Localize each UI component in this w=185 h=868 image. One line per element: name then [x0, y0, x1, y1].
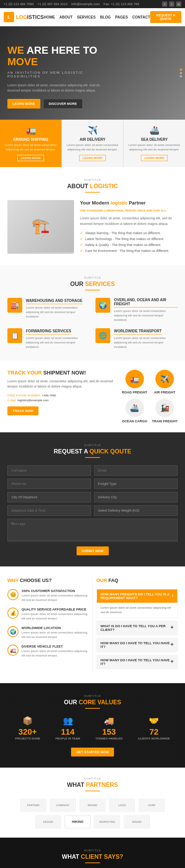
track-right: 🚛 ROAD FREIGHT ✈️ AIR FREIGHT 🚢 OCEAN CA…: [122, 370, 178, 423]
departure-city-select[interactable]: City Of Departure: [7, 492, 91, 502]
service-item-forwarding: 📋 FORWARDING SERVICES Lorem ipsum dolor …: [7, 328, 90, 349]
about-list-item: Care for Environment - The thing that ma…: [80, 248, 178, 254]
core-values-section: SUBTITLE OUR CORE VALUES 📦 320+ PROJECTS…: [0, 683, 185, 768]
track-now-button[interactable]: TRACK NOW: [7, 406, 38, 415]
faq-question-3-text: HOW MANY DO I HAVE TO TELL YOU HAVE IT?: [101, 641, 171, 649]
about-list: Always learning - The thing that makes u…: [80, 230, 178, 254]
freight-type-select[interactable]: Freight Type Ground Air Sea: [94, 479, 178, 489]
our-faq: OUR FAQ HOW MANY FREIGHTS DO I TELL YOU …: [93, 578, 185, 672]
tonnes-icon: 🚚: [95, 716, 123, 726]
phone-input[interactable]: [7, 479, 91, 489]
stat-projects: 📦 320+ PROJECTS DONE: [15, 716, 40, 740]
hero-tagline: AN INVITATION OF NEW LOGISTIC POSSIBILIT…: [7, 71, 111, 78]
service-card-air: ✈️ AIR DELIVERY Lorem ipsum dolor sit am…: [62, 120, 124, 167]
about-image: 🏗️: [7, 200, 74, 254]
partner-1: PARTNER: [20, 799, 46, 812]
facebook-icon[interactable]: f: [162, 1, 167, 7]
sea-delivery-title: SEA DELIVERY: [127, 137, 181, 142]
faq-question-4[interactable]: HOW MANY DO I HAVE TO TELL YOU HAVE IT? …: [97, 655, 178, 669]
fax: Fax: +1 (0) 123 456 789: [104, 2, 139, 6]
message-textarea[interactable]: [7, 519, 178, 541]
full-name-field: [7, 465, 91, 476]
satisfaction-title: 100% CUSTOMER SATISFACTION: [21, 589, 89, 593]
faq-question-3[interactable]: HOW MANY DO I HAVE TO TELL YOU HAVE IT? …: [97, 638, 178, 652]
nav-pages[interactable]: PAGES: [115, 15, 128, 19]
core-values-subtitle: SUBTITLE: [7, 694, 178, 698]
track-desc: Lorem ipsum dolor sit amet, consectetur …: [7, 379, 114, 389]
partner-3: BRAND: [80, 799, 105, 812]
air-freight-icon: ✈️: [155, 370, 174, 388]
delivery-city-select[interactable]: Delivery City: [94, 492, 178, 502]
projects-number: 320+: [15, 727, 40, 737]
people-number: 114: [56, 727, 80, 737]
hero-learn-more-button[interactable]: LEARN MORE: [7, 99, 40, 109]
quote-form: Freight Type Ground Air Sea City Of Depa…: [7, 465, 178, 542]
partner-marketing: MARKETING: [94, 815, 120, 828]
ground-shipping-learn-more[interactable]: LEARN MORE: [17, 155, 44, 161]
hero-discover-more-button[interactable]: DISCOVER MORE: [43, 99, 83, 109]
service-cards: 🚛 GROUND SHIPPING Lorem ipsum dolor sit …: [0, 120, 185, 167]
submit-quote-button[interactable]: SUBMIT NOW: [77, 546, 109, 555]
nav-contact[interactable]: CONTACT: [132, 15, 150, 19]
logo-text: LOGISTICS: [16, 14, 44, 20]
partner-hiking: HIKING: [65, 815, 91, 828]
freight-desc: Lorem ipsum dolor sit amet consectetur a…: [114, 309, 178, 322]
nav-quote-button[interactable]: REQUEST A QUOTE: [150, 11, 181, 23]
forwarding-content: FORWARDING SERVICES Lorem ipsum dolor si…: [26, 328, 90, 349]
hero-dots: [180, 69, 182, 77]
nav-services[interactable]: SERVICES: [77, 15, 95, 19]
faq-arrow-3: +: [171, 641, 174, 649]
stat-clients: 🤝 72 CLIENTS WORLDWIDE: [138, 716, 170, 740]
forwarding-icon: 📋: [7, 328, 22, 343]
transport-icon: 🌐: [95, 328, 110, 343]
sea-delivery-learn-more[interactable]: LEARN MORE: [141, 155, 168, 161]
partner-brand2: BRAND: [124, 815, 150, 828]
worldwide-desc: Lorem ipsum dolor sit amet consectetur a…: [21, 631, 89, 639]
hero-dot-2[interactable]: [180, 72, 182, 74]
contact-info: +1 (0) 123 456 7890 +1 (0) 987 654 3210 …: [4, 2, 139, 6]
ground-shipping-desc: Lorem ipsum dolor sit amet consectetur a…: [4, 143, 58, 152]
train-freight-icon: 🚂: [155, 399, 174, 417]
nav-about[interactable]: ABOUT: [59, 15, 73, 19]
about-divider: [85, 192, 100, 193]
warehousing-title: WAREHOUSING AND STORAGE: [26, 299, 83, 304]
services-grid: 🏭 WAREHOUSING AND STORAGE Lorem ipsum do…: [7, 298, 178, 349]
our-services-title: OUR SERVICES: [7, 281, 178, 287]
faq-question-2[interactable]: WHAT IS DO I HAVE TO TELL YOU A PER CLIE…: [97, 621, 178, 635]
linkedin-icon[interactable]: in: [176, 1, 181, 7]
transport-content: WORLDWIDE TRANSPORT Lorem ipsum dolor si…: [114, 328, 178, 349]
nav-home[interactable]: HOME: [44, 15, 55, 19]
about-tagline: THE STANDARD LOREM FINAL PERIOD ONCE AND…: [80, 209, 178, 213]
partners-section: SUBTITLE WHAT PARTNERS PARTNER COMPANY B…: [0, 768, 185, 838]
tonnes-label: TONNES HANDLED: [95, 737, 123, 740]
faq-answer-1: Lorem ipsum dolor sit amet consectetur a…: [97, 603, 178, 618]
partner-5: CORP: [139, 799, 165, 812]
about-content: Your Modern logistic Partner THE STANDAR…: [80, 200, 178, 254]
faq-question-1[interactable]: HOW MANY FREIGHTS DO I TELL YOU IN A REQ…: [97, 589, 178, 603]
nav-blog[interactable]: BLOG: [100, 15, 111, 19]
hero-dot-3[interactable]: [180, 75, 182, 77]
email-input[interactable]: [94, 465, 178, 476]
freight-train: 🚂 TRAIN FREIGHT: [152, 399, 178, 423]
get-started-button[interactable]: GET STARTED NOW: [71, 748, 114, 756]
quote-subtitle: SUBTITLE: [7, 443, 178, 447]
partners-grid: PARTNER COMPANY BRAND LOGO CORP DESIGN H…: [7, 799, 178, 828]
quote-title: REQUEST A QUICK QOUTE: [7, 448, 178, 455]
twitter-icon[interactable]: t: [169, 1, 174, 7]
full-name-input[interactable]: [7, 465, 91, 476]
hero-dot-1[interactable]: [180, 69, 182, 71]
hero-title-are: ARE HERE TO: [27, 44, 97, 56]
quality-desc: Lorem ipsum dolor sit amet consectetur a…: [21, 612, 89, 621]
service-item-warehousing: 🏭 WAREHOUSING AND STORAGE Lorem ipsum do…: [7, 298, 90, 322]
faq-title: OUR FAQ: [97, 578, 178, 583]
forklift-icon: 🏗️: [31, 217, 50, 235]
about-desc: Lorem ipsum dolor sit amet, consectetur …: [80, 216, 178, 226]
people-icon: 👥: [56, 716, 80, 726]
air-delivery-learn-more[interactable]: LEARN MORE: [79, 155, 106, 161]
form-submit-wrap: SUBMIT NOW: [7, 546, 178, 555]
forwarding-title: FORWARDING SERVICES: [26, 329, 71, 335]
worldwide-title: WORLDWIDE LOCATION: [21, 626, 89, 630]
weight-select[interactable]: Select Delivery Weight (KG): [94, 505, 178, 516]
faq-arrow-4: +: [171, 658, 174, 666]
departure-date-input[interactable]: [7, 505, 91, 516]
